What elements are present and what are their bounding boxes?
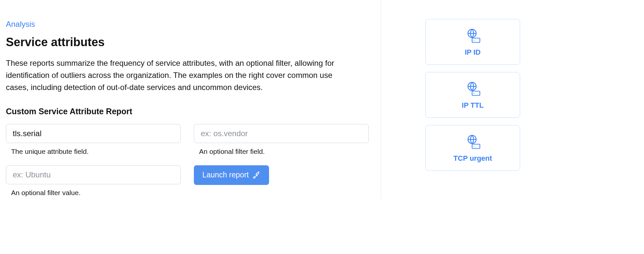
globe-server-icon [466,135,480,148]
card-ip-id[interactable]: IP ID [425,19,520,65]
attribute-field-input[interactable] [6,124,181,143]
form-row-2: An optional filter value. Launch report [6,165,374,197]
filter-value-input[interactable] [6,165,181,184]
card-tcp-urgent[interactable]: TCP urgent [425,125,520,171]
launch-report-label: Launch report [202,171,249,179]
main-content: Analysis Service attributes These report… [0,0,381,254]
examples-panel: IP ID IP TTL [381,0,644,254]
page-description: These reports summarize the frequency of… [6,57,339,94]
attribute-field-group: The unique attribute field. [6,124,181,155]
rocket-icon [253,171,261,179]
submit-group: Launch report [194,165,269,197]
launch-report-button[interactable]: Launch report [194,165,269,185]
card-label: IP ID [465,48,481,57]
breadcrumb-analysis[interactable]: Analysis [6,20,374,29]
filter-field-group: An optional filter field. [194,124,369,155]
attribute-field-help: The unique attribute field. [6,148,181,155]
globe-server-icon [466,82,480,95]
card-label: TCP urgent [453,154,492,163]
svg-rect-4 [472,91,480,96]
globe-server-icon [466,28,480,42]
filter-field-input[interactable] [194,124,369,143]
card-ip-ttl[interactable]: IP TTL [425,72,520,118]
filter-field-help: An optional filter field. [194,148,369,155]
filter-value-help: An optional filter value. [6,189,181,197]
page-title: Service attributes [6,35,374,49]
card-label: IP TTL [462,101,484,110]
filter-value-group: An optional filter value. [6,165,181,197]
svg-rect-1 [472,38,480,43]
section-title: Custom Service Attribute Report [6,107,374,116]
svg-rect-7 [472,144,480,149]
form-row-1: The unique attribute field. An optional … [6,124,374,155]
